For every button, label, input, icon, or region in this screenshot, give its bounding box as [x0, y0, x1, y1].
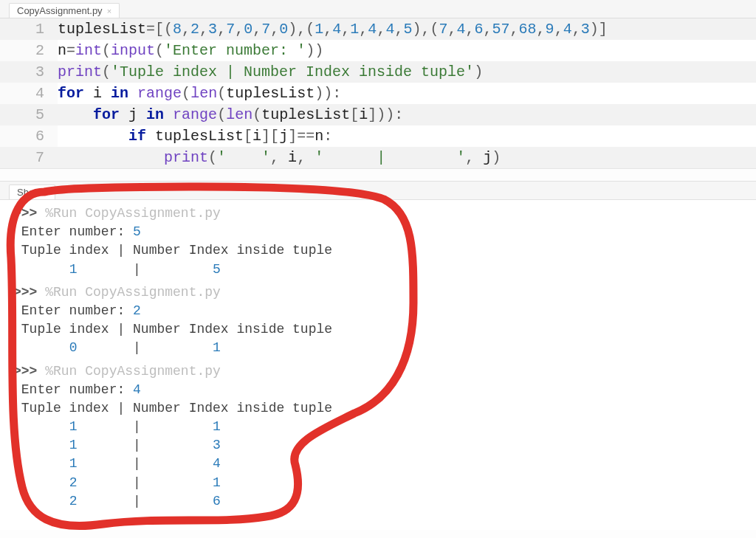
output-header: Tuple index | Number Index inside tuple [21, 401, 332, 415]
shell-output-line: Tuple index | Number Index inside tuple [13, 320, 743, 339]
line-number: 3 [0, 61, 58, 83]
code-line: 4 for i in range(len(tuplesList)): [0, 83, 756, 104]
tuple-index: 0 [69, 340, 78, 355]
shell-output-line: 2 | 6 [13, 492, 743, 511]
output-header: Tuple index | Number Index inside tuple [21, 322, 332, 337]
code-text: for i in range(len(tuplesList)): [58, 83, 348, 104]
input-value: 5 [133, 224, 141, 239]
shell-tab-label: Shell [17, 187, 38, 198]
close-icon[interactable]: × [107, 7, 111, 15]
line-number: 4 [0, 83, 58, 104]
shell-run: >>> %Run CopyAssignment.py Enter number:… [13, 283, 743, 358]
prompt-text: >>> [13, 364, 45, 379]
shell-tab-bar: Shell × [0, 181, 756, 200]
shell-output-line: 2 | 1 [13, 474, 743, 492]
number-index: 1 [213, 340, 221, 355]
input-label: Enter number: [21, 303, 133, 318]
run-command: %Run CopyAssignment.py [45, 206, 221, 221]
input-label: Enter number: [21, 382, 133, 397]
code-line: 6 if tuplesList[i][j]==n: [0, 125, 756, 147]
shell-output-line: 1 | 5 [13, 261, 743, 279]
code-line: 2 n=int(input('Enter number: ')) [0, 40, 756, 61]
code-line: 1 tuplesList=[(8,2,3,7,0,7,0),(1,4,1,4,4… [0, 18, 756, 40]
editor-tab-bar: CopyAssignment.py × [0, 0, 756, 18]
code-line: 5 for j in range(len(tuplesList[i])): [0, 104, 756, 125]
shell-prompt-line: >>> %Run CopyAssignment.py [13, 362, 743, 381]
code-text: if tuplesList[i][j]==n: [58, 125, 340, 147]
tuple-index: 1 [69, 456, 78, 471]
code-editor[interactable]: 1 tuplesList=[(8,2,3,7,0,7,0),(1,4,1,4,4… [0, 18, 756, 169]
tuple-index: 1 [69, 262, 78, 277]
close-icon[interactable]: × [43, 188, 47, 197]
editor-tab[interactable]: CopyAssignment.py × [9, 3, 120, 18]
code-text: n=int(input('Enter number: ')) [58, 40, 331, 61]
input-value: 4 [133, 382, 141, 397]
code-line: 3 print('Tuple index | Number Index insi… [0, 61, 756, 83]
number-index: 1 [213, 475, 221, 490]
line-number: 5 [0, 104, 58, 125]
code-text: print('Tuple index | Number Index inside… [58, 61, 490, 83]
number-index: 4 [213, 456, 221, 471]
line-number: 7 [0, 147, 58, 168]
code-text: print(' ', i, ' | ', j) [58, 147, 508, 168]
tuple-index: 2 [69, 494, 78, 508]
number-index: 1 [213, 419, 221, 434]
run-command: %Run CopyAssignment.py [45, 364, 221, 379]
shell-panel[interactable]: >>> %Run CopyAssignment.py Enter number:… [0, 200, 756, 530]
prompt-text: >>> [13, 285, 45, 300]
number-index: 5 [213, 262, 221, 277]
shell-output-line: Enter number: 5 [13, 223, 743, 241]
shell-output-line: Tuple index | Number Index inside tuple [13, 241, 743, 260]
tuple-index: 2 [69, 475, 78, 490]
tuple-index: 1 [69, 438, 78, 452]
number-index: 6 [213, 494, 221, 508]
input-label: Enter number: [21, 224, 133, 239]
shell-prompt-line: >>> %Run CopyAssignment.py [13, 204, 743, 223]
shell-run: >>> %Run CopyAssignment.py Enter number:… [13, 204, 743, 279]
shell-prompt-line: >>> %Run CopyAssignment.py [13, 283, 743, 302]
run-command: %Run CopyAssignment.py [45, 285, 221, 300]
output-header: Tuple index | Number Index inside tuple [21, 243, 332, 258]
editor-tab-label: CopyAssignment.py [17, 5, 103, 16]
code-line: 7 print(' ', i, ' | ', j) [0, 147, 756, 168]
shell-output-line: 1 | 3 [13, 436, 743, 455]
tuple-index: 1 [69, 419, 78, 434]
line-number: 6 [0, 125, 58, 147]
line-number: 1 [0, 18, 58, 40]
shell-output-line: Enter number: 2 [13, 302, 743, 320]
shell-output-line: Enter number: 4 [13, 381, 743, 399]
shell-run: >>> %Run CopyAssignment.py Enter number:… [13, 362, 743, 511]
code-text: tuplesList=[(8,2,3,7,0,7,0),(1,4,1,4,4,5… [58, 18, 615, 40]
input-value: 2 [133, 303, 141, 318]
number-index: 3 [213, 438, 221, 452]
shell-output-line: Tuple index | Number Index inside tuple [13, 399, 743, 418]
line-number: 2 [0, 40, 58, 61]
shell-output-line: 0 | 1 [13, 339, 743, 357]
prompt-text: >>> [13, 206, 45, 221]
shell-output-line: 1 | 4 [13, 455, 743, 473]
shell-tab[interactable]: Shell × [9, 184, 55, 199]
code-text: for j in range(len(tuplesList[i])): [58, 104, 410, 125]
shell-output-line: 1 | 1 [13, 418, 743, 436]
